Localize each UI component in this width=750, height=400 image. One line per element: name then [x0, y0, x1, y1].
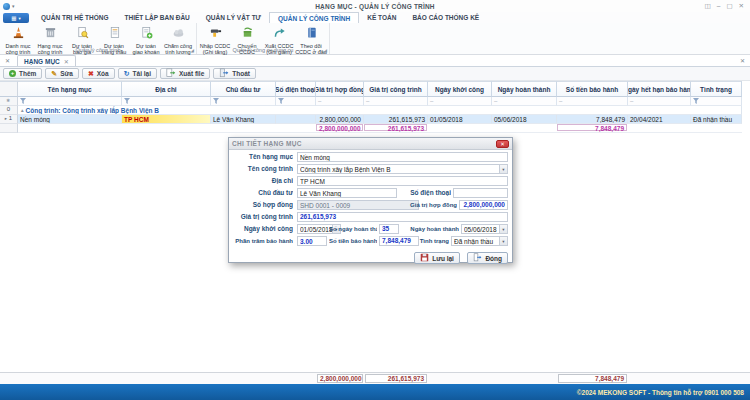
address-input[interactable]: [297, 176, 508, 186]
column-header-ten-hang-muc[interactable]: Tên hạng mục: [18, 81, 122, 97]
delete-button[interactable]: ✖Xóa: [82, 68, 115, 79]
drill-icon: [209, 25, 222, 43]
status-combo[interactable]: Đã nhận thầu ▾: [451, 236, 508, 246]
dialog-launcher-icon[interactable]: ◢: [191, 48, 194, 53]
total-contract-value: 2,800,000,000: [317, 374, 363, 383]
ribbon: Danh mục công trình Hạng mục công trình …: [0, 23, 750, 55]
status-bar: ©2024 MEKONG SOFT - Thông tin hỗ trợ 090…: [0, 384, 750, 400]
filter-cell[interactable]: –: [492, 97, 557, 106]
column-header-so-dien-thoai[interactable]: Số điện thoại: [276, 81, 316, 97]
close-all-tabs-icon[interactable]: ✕: [0, 57, 15, 66]
warranty-percent-input[interactable]: [297, 236, 327, 246]
dialog-close-button[interactable]: ✕: [496, 140, 509, 148]
contract-value-field[interactable]: 2,800,000,000: [459, 200, 508, 210]
style-selector-icon[interactable]: ◫: [705, 0, 711, 12]
chevron-down-icon: ▾: [18, 16, 20, 21]
cell-chu-dau-tu[interactable]: Lê Văn Khang: [211, 115, 276, 124]
close-panel-icon[interactable]: ✕: [735, 57, 750, 66]
name-input[interactable]: [297, 152, 508, 162]
column-header-gia-tri-hop-dong[interactable]: Giá trị hợp đồng: [316, 81, 364, 97]
grid-data-row[interactable]: ▸ 1 Nền móng TP HCM Lê Văn Khang 2,800,0…: [0, 115, 742, 124]
investor-input[interactable]: [297, 188, 397, 198]
cell-ten-hang-muc[interactable]: Nền móng: [18, 115, 122, 124]
filter-cell[interactable]: [122, 97, 211, 106]
finish-date-picker[interactable]: 05/06/2018 ▾: [461, 224, 508, 234]
filter-cell[interactable]: –: [557, 97, 628, 106]
tab-quan-ly-vat-tu[interactable]: QUẢN LÝ VẬT TƯ: [198, 12, 269, 23]
filter-cell[interactable]: –: [628, 97, 691, 106]
group-row-label[interactable]: ▴ Công trình: Công trình xây lắp Bệnh Vi…: [18, 106, 742, 115]
column-header-dia-chi[interactable]: Địa chỉ: [122, 81, 211, 97]
project-value-field[interactable]: 261,615,973: [297, 212, 508, 222]
filter-cell[interactable]: [691, 97, 742, 106]
save-button[interactable]: Lưu lại: [414, 252, 460, 264]
chevron-down-icon[interactable]: ▾: [499, 225, 507, 233]
filter-cell[interactable]: –: [316, 97, 364, 106]
application-menu-button[interactable]: ▦ ▾: [3, 13, 29, 23]
tab-ke-toan[interactable]: KẾ TOÁN: [359, 12, 404, 23]
group-expand-icon[interactable]: ▴: [21, 107, 24, 113]
cell-ngay-khoi-cong[interactable]: 01/05/2018: [428, 115, 492, 124]
chevron-down-icon[interactable]: ▾: [499, 237, 507, 245]
field-row-contract: Số hợp đồng Giá trị hợp đồng 2,800,000,0…: [229, 200, 514, 210]
export-arrow-icon: [273, 25, 286, 43]
group-label-quan-ly-cong-trinh: Quản lý công trình: [0, 46, 196, 54]
refresh-icon: ↻: [124, 70, 130, 77]
cell-so-tien-bao-hanh[interactable]: 7,848,479: [557, 115, 628, 124]
days-to-finish-field[interactable]: 35: [379, 224, 399, 234]
export-file-button[interactable]: Xuất file: [160, 68, 210, 79]
column-header-ngay-het-han-bao-hanh[interactable]: Ngày hết hạn bảo hành: [628, 81, 691, 97]
column-header-so-tien-bao-hanh[interactable]: Số tiền bảo hành: [557, 81, 628, 97]
field-row-address: Địa chỉ: [229, 176, 514, 186]
minimize-button[interactable]: –: [717, 0, 721, 12]
dialog-launcher-icon[interactable]: ◢: [324, 48, 327, 53]
delete-x-icon: ✖: [88, 70, 94, 77]
total-project-value: 261,615,973: [365, 374, 427, 383]
close-tab-icon[interactable]: ✕: [64, 58, 69, 65]
column-header-ngay-hoan-thanh[interactable]: Ngày hoàn thành: [492, 81, 557, 97]
cell-gia-tri-hop-dong[interactable]: 2,800,000,000: [316, 115, 364, 124]
tab-hang-muc[interactable]: HẠNG MỤC ✕: [17, 55, 76, 66]
column-header-tinh-trang[interactable]: Tình trạng: [691, 81, 742, 97]
row-header: ▸ 1: [0, 115, 18, 124]
filter-cell[interactable]: [211, 97, 276, 106]
filter-cell[interactable]: –: [428, 97, 492, 106]
filter-cell[interactable]: [276, 97, 316, 106]
column-header-ngay-khoi-cong[interactable]: Ngày khởi công: [428, 81, 492, 97]
exit-button[interactable]: Thoát: [213, 68, 256, 79]
tab-bao-cao-thong-ke[interactable]: BÁO CÁO THỐNG KÊ: [404, 12, 487, 23]
tab-thiet-lap-ban-dau[interactable]: THIẾT LẬP BAN ĐẦU: [117, 12, 198, 23]
dialog-title-bar[interactable]: CHI TIẾT HẠNG MỤC ✕: [229, 138, 512, 150]
cell-so-dien-thoai[interactable]: [276, 115, 316, 124]
chevron-down-icon[interactable]: ▾: [499, 165, 507, 173]
project-combo[interactable]: Công trình xây lắp Bệnh Viện B ▾: [297, 164, 508, 174]
close-dialog-button[interactable]: Đóng: [467, 252, 508, 264]
cell-tinh-trang[interactable]: Đã nhận thầu: [691, 115, 742, 124]
column-header-gia-tri-cong-trinh[interactable]: Giá trị công trình: [364, 81, 428, 97]
reload-button[interactable]: ↻Tải lại: [118, 68, 157, 79]
column-header-chu-dau-tu[interactable]: Chủ đầu tư: [211, 81, 276, 97]
group-label-quan-ly-cong-cu: Quản lý công cụ dụng cụ: [197, 46, 329, 54]
grid-header-row: Tên hạng mục Địa chỉ Chủ đầu tư Số điện …: [0, 81, 742, 97]
title-bar: ▾ HẠNG MỤC - QUẢN LÝ CÔNG TRÌNH ◫ – ▢ ✕: [0, 0, 750, 12]
cloud-icon: [172, 25, 185, 43]
close-button[interactable]: ✕: [739, 0, 744, 12]
field-row-investor-phone: Chủ đầu tư Số điện thoại: [229, 188, 514, 198]
cell-ngay-het-han[interactable]: 20/04/2021: [628, 115, 691, 124]
add-button[interactable]: +Thêm: [3, 68, 42, 79]
phone-input[interactable]: [453, 188, 508, 198]
tab-quan-ly-cong-trinh[interactable]: QUẢN LÝ CÔNG TRÌNH: [269, 12, 359, 23]
cell-gia-tri-cong-trinh[interactable]: 261,615,973: [364, 115, 428, 124]
tab-label: HẠNG MỤC: [24, 58, 60, 65]
filter-cell[interactable]: [18, 97, 122, 106]
grid-group-row[interactable]: 0 ▴ Công trình: Công trình xây lắp Bệnh …: [0, 106, 742, 115]
filter-cell[interactable]: –: [364, 97, 428, 106]
maximize-button[interactable]: ▢: [726, 0, 732, 12]
window-title: HẠNG MỤC - QUẢN LÝ CÔNG TRÌNH: [0, 3, 750, 10]
tab-quan-tri-he-thong[interactable]: QUẢN TRỊ HỆ THỐNG: [33, 12, 117, 23]
document-plus-icon: [140, 25, 153, 43]
cell-ngay-hoan-thanh[interactable]: 05/06/2018: [492, 115, 557, 124]
cell-dia-chi-highlighted[interactable]: TP HCM: [122, 115, 211, 124]
edit-button[interactable]: ✎Sửa: [45, 68, 79, 79]
field-row-warranty: Phần trăm bảo hành Số tiền bảo hành 7,84…: [229, 236, 514, 246]
